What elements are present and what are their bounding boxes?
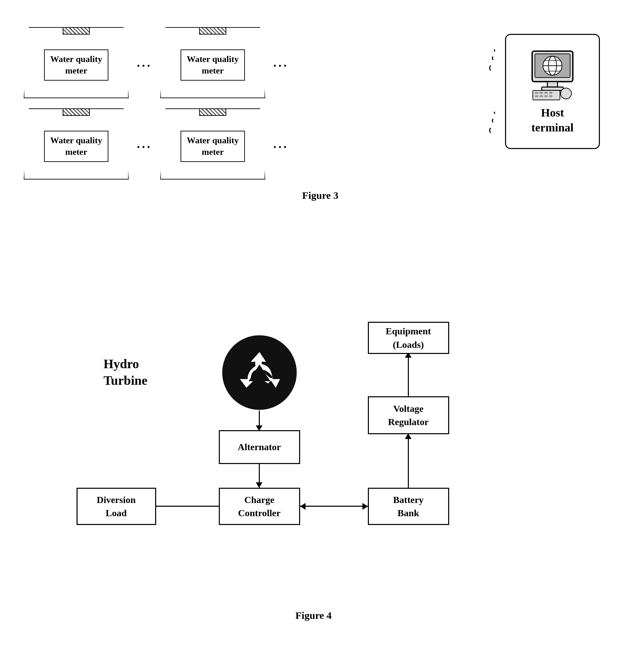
svg-rect-11 [540, 92, 543, 94]
host-waves-bottom [489, 111, 499, 134]
svg-rect-12 [544, 92, 548, 94]
wq-device-1: Water qualitymeter [24, 27, 129, 98]
svg-rect-8 [542, 87, 563, 90]
wq-device-4: Water qualitymeter [160, 108, 265, 180]
arrow-voltage-to-equipment [408, 352, 409, 396]
wq-device-2: Water qualitymeter [160, 27, 265, 98]
wq-device-3: Water qualitymeter [24, 108, 129, 180]
figure4-section: HydroTurbine Alternator Char [0, 322, 627, 621]
alternator-box: Alternator [219, 430, 300, 464]
dots-1: ... [137, 56, 152, 70]
figure4-caption: Figure 4 [0, 610, 627, 621]
svg-point-18 [561, 88, 571, 99]
wq-waves-4 [266, 150, 275, 169]
arrow-battery-to-voltage [408, 434, 409, 488]
arrow-alternator-to-charge [259, 464, 260, 488]
svg-rect-10 [535, 92, 538, 94]
wq-waves-3 [129, 150, 138, 169]
wq-label-4: Water qualitymeter [181, 131, 245, 162]
wq-antenna-1 [63, 27, 90, 35]
svg-rect-14 [535, 95, 538, 97]
svg-rect-16 [544, 95, 548, 97]
figure3-section: Water qualitymeter ... Water qualitymete… [0, 20, 627, 201]
diversion-load-box: DiversionLoad [77, 488, 156, 525]
arrow-charge-to-battery [300, 506, 368, 507]
wq-antenna-3 [63, 108, 90, 116]
wq-label-1: Water qualitymeter [44, 49, 108, 81]
hydro-turbine-label: HydroTurbine [104, 356, 148, 389]
voltage-regulator-box: VoltageRegulator [368, 396, 449, 434]
svg-rect-7 [547, 82, 558, 87]
wq-label-3: Water qualitymeter [44, 131, 108, 162]
svg-rect-15 [540, 95, 543, 97]
charge-controller-box: ChargeController [219, 488, 300, 525]
battery-bank-box: BatteryBank [368, 488, 449, 525]
svg-rect-17 [549, 95, 552, 97]
wq-antenna-2 [199, 27, 226, 35]
wq-waves-2 [266, 69, 275, 87]
wq-antenna-4 [199, 108, 226, 116]
figure4-diagram: HydroTurbine Alternator Char [77, 322, 551, 600]
equipment-loads-box: Equipment(Loads) [368, 322, 449, 354]
figure3-caption: Figure 3 [14, 190, 627, 201]
host-waves-top [489, 48, 499, 72]
dots-4: ... [273, 137, 289, 151]
host-terminal-icon [525, 48, 580, 102]
wq-waves-1 [129, 69, 138, 87]
dots-2: ... [273, 56, 289, 70]
computer-svg [525, 48, 580, 102]
host-terminal-box: Hostterminal [505, 34, 600, 149]
host-terminal-label: Hostterminal [531, 105, 574, 135]
turbine-circle [222, 335, 297, 410]
recycle-svg [232, 345, 287, 400]
arrow-turbine-to-alternator [259, 411, 260, 431]
dots-3: ... [137, 137, 152, 151]
svg-rect-13 [549, 92, 552, 94]
wq-label-2: Water qualitymeter [181, 49, 245, 81]
